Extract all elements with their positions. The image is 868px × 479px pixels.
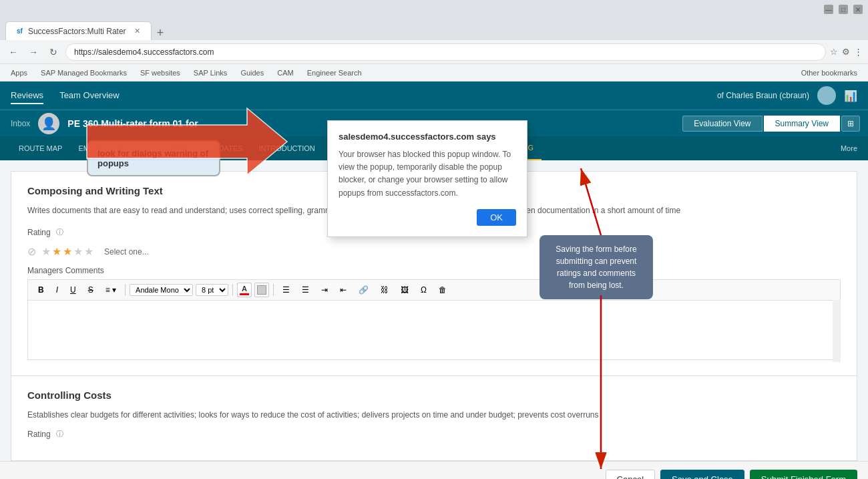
menu-icon[interactable]: ⋮	[854, 47, 863, 57]
bookmark-sap-managed[interactable]: SAP Managed Bookmarks	[35, 67, 132, 78]
other-bookmarks[interactable]: Other bookmarks	[796, 67, 863, 78]
star-icon[interactable]: ☆	[830, 47, 838, 57]
bookmark-engineer-search[interactable]: Engineer Search	[302, 67, 367, 78]
extensions-icon[interactable]: ⚙	[842, 47, 850, 57]
url-text: https://salesdemo4.successfactors.com	[74, 47, 214, 57]
popup-footer: OK	[339, 209, 516, 226]
bookmark-cam[interactable]: CAM	[272, 67, 298, 78]
address-bar-row: ← → ↻ https://salesdemo4.successfactors.…	[0, 40, 868, 64]
bookmark-guides[interactable]: Guides	[235, 67, 269, 78]
bookmark-sap-links[interactable]: SAP Links	[188, 67, 233, 78]
popup-title: salesdemo4.successfactors.com says	[339, 132, 516, 142]
tab-favicon: sf	[17, 27, 23, 35]
popup-dialog: salesdemo4.successfactors.com says Your …	[327, 120, 527, 237]
popup-body: Your browser has blocked this popup wind…	[339, 148, 516, 200]
bookmark-sf-websites[interactable]: SF websites	[135, 67, 186, 78]
popup-overlay: salesdemo4.successfactors.com says Your …	[0, 82, 868, 479]
browser-chrome: — □ ✕ sf SuccessFactors:Multi Rater ✕ + …	[0, 0, 868, 82]
popup-ok-btn[interactable]: OK	[477, 209, 516, 226]
address-bar[interactable]: https://salesdemo4.successfactors.com	[65, 43, 826, 61]
maximize-btn[interactable]: □	[839, 5, 848, 14]
new-tab-btn[interactable]: +	[152, 26, 170, 40]
bookmarks-bar: Apps SAP Managed Bookmarks SF websites S…	[0, 64, 868, 82]
title-bar-controls: — □ ✕	[824, 5, 863, 14]
tab-title: SuccessFactors:Multi Rater	[28, 27, 126, 36]
forward-btn[interactable]: →	[25, 44, 41, 60]
minimize-btn[interactable]: —	[824, 5, 833, 14]
tab-close-btn[interactable]: ✕	[134, 27, 140, 35]
title-bar: — □ ✕	[0, 0, 868, 19]
address-bar-icons: ☆ ⚙ ⋮	[830, 47, 863, 57]
reload-btn[interactable]: ↻	[45, 44, 61, 60]
bookmark-apps[interactable]: Apps	[5, 67, 33, 78]
back-btn[interactable]: ←	[5, 44, 21, 60]
tab-bar: sf SuccessFactors:Multi Rater ✕ +	[0, 19, 868, 40]
close-btn[interactable]: ✕	[853, 5, 863, 14]
active-tab[interactable]: sf SuccessFactors:Multi Rater ✕	[5, 21, 152, 40]
page-content: Reviews Team Overview of Charles Braun (…	[0, 82, 868, 479]
